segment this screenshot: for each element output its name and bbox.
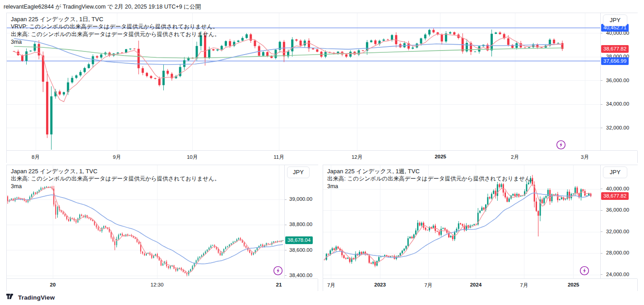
price-axis[interactable]: JPY 39,000.0038,800.0038,600.0038,400.00… bbox=[284, 165, 318, 279]
time-tick-label: 2024 bbox=[470, 282, 482, 287]
footer-brand[interactable]: TradingView bbox=[6, 294, 55, 301]
last-price-badge: 38,677.82 bbox=[601, 45, 629, 53]
axis-tick bbox=[601, 104, 602, 105]
price-tick-label: 39,000.00 bbox=[289, 196, 312, 202]
time-tick-label: 2月 bbox=[511, 154, 519, 161]
axis-tick bbox=[285, 250, 287, 250]
time-tick-label: 7月 bbox=[424, 282, 432, 289]
price-level-badge: 37,656.99 bbox=[601, 57, 629, 65]
currency-button[interactable]: JPY bbox=[603, 14, 627, 26]
time-tick-label: 12月 bbox=[352, 154, 362, 161]
price-tick-label: 24,000.00 bbox=[606, 272, 629, 277]
price-tick-label: 32,000.00 bbox=[606, 229, 629, 234]
axis-tick bbox=[285, 225, 287, 225]
brand-name: TradingView bbox=[18, 294, 55, 301]
time-tick-label: 2025 bbox=[435, 154, 446, 159]
axis-tick bbox=[285, 275, 287, 276]
axis-tick bbox=[601, 210, 602, 211]
time-tick-label: 2023 bbox=[374, 282, 386, 287]
currency-button[interactable]: JPY bbox=[287, 166, 310, 178]
time-tick-label: 11月 bbox=[273, 154, 284, 161]
time-tick-label: 7月 bbox=[520, 282, 528, 289]
axis-tick bbox=[601, 128, 602, 128]
price-tick-label: 36,000.00 bbox=[606, 207, 629, 213]
axis-tick bbox=[601, 274, 602, 275]
time-axis[interactable]: 2012:3021 bbox=[7, 278, 318, 291]
time-tick-label: 10月 bbox=[187, 154, 198, 161]
price-tick-label: 34,000.00 bbox=[606, 101, 629, 106]
chart-panel-minute: Japan 225 インデックス, 1, TVC出来高: このシンボルの出来高デ… bbox=[6, 165, 318, 291]
tradingview-logo-icon bbox=[6, 294, 15, 301]
axis-tick bbox=[601, 80, 602, 81]
time-tick-label: 3月 bbox=[581, 154, 589, 161]
price-tick-label: 38,600.00 bbox=[289, 247, 312, 253]
price-axis[interactable]: JPY 40,000.0036,000.0032,000.0028,000.00… bbox=[600, 165, 638, 279]
publish-header: relevantEagle62844 が TradingView.com で 2… bbox=[4, 3, 201, 11]
lightning-icon[interactable] bbox=[556, 140, 566, 150]
axis-tick bbox=[601, 231, 602, 232]
time-tick-label: 21 bbox=[276, 282, 282, 287]
publish-text: relevantEagle62844 が TradingView.com で 2… bbox=[4, 4, 201, 10]
lightning-icon[interactable] bbox=[273, 266, 283, 276]
time-axis[interactable]: 7月20237月20247月2025 bbox=[323, 278, 637, 291]
axis-tick bbox=[285, 199, 287, 200]
time-tick-label: 20 bbox=[50, 282, 56, 287]
weekly-candlestick-chart[interactable] bbox=[323, 165, 601, 279]
last-price-badge: 38,677.82 bbox=[601, 192, 629, 200]
price-tick-label: 32,000.00 bbox=[606, 125, 629, 130]
price-tick-label: 28,000.00 bbox=[606, 250, 629, 255]
time-axis[interactable]: 8月9月10月11月12月20252月3月 bbox=[7, 150, 637, 163]
time-tick-label: 8月 bbox=[32, 154, 40, 161]
time-tick-label: 7月 bbox=[327, 282, 335, 289]
chart-panel-daily: Japan 225 インデックス, 1日, TVCVRVP: このシンボルの出来… bbox=[6, 13, 638, 163]
tradingview-snapshot: relevantEagle62844 が TradingView.com で 2… bbox=[0, 0, 644, 305]
time-tick-label: 2025 bbox=[568, 282, 579, 287]
chart-panel-weekly: Japan 225 インデックス, 1週, TVC出来高: このシンボルの出来高… bbox=[323, 165, 638, 291]
axis-tick bbox=[601, 189, 602, 189]
price-tick-label: 36,000.00 bbox=[606, 78, 629, 83]
last-price-badge: 38,678.04 bbox=[285, 236, 313, 244]
minute-candlestick-chart[interactable] bbox=[7, 165, 285, 279]
currency-button[interactable]: JPY bbox=[603, 166, 627, 178]
axis-tick bbox=[601, 253, 602, 254]
time-tick-label: 9月 bbox=[113, 154, 121, 161]
daily-candlestick-chart[interactable] bbox=[7, 13, 601, 151]
time-tick-label: 12:30 bbox=[151, 282, 164, 287]
axis-tick bbox=[601, 33, 602, 33]
lightning-icon[interactable] bbox=[579, 266, 589, 276]
price-axis[interactable]: JPY 40,000.0038,000.0036,000.0034,000.00… bbox=[600, 13, 638, 151]
price-tick-label: 40,000.00 bbox=[606, 186, 629, 191]
price-tick-label: 38,800.00 bbox=[289, 222, 312, 227]
price-tick-label: 38,400.00 bbox=[289, 273, 312, 278]
